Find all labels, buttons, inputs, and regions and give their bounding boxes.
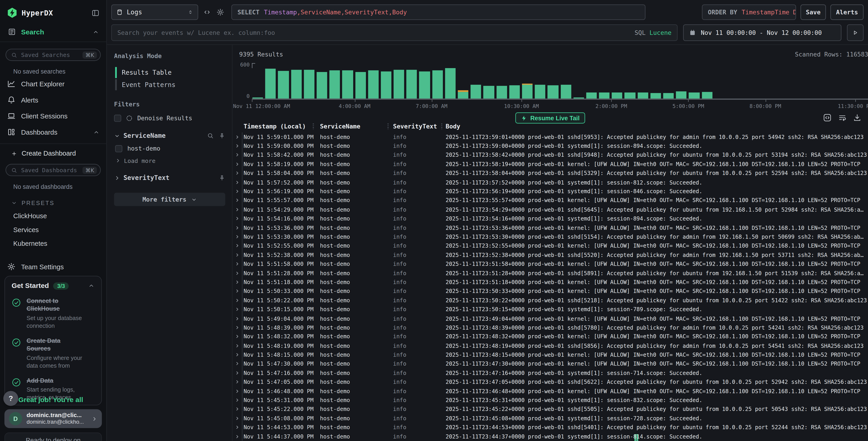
help-button[interactable]: ? [3,391,19,406]
histogram-bar[interactable] [355,72,366,98]
log-row[interactable]: Nov 11 5:55:57.000 PMhost-demoinfo2025-1… [232,196,868,205]
log-row[interactable]: Nov 11 5:44:53.000 PMhost-demoinfo2025-1… [232,423,868,432]
preset-item-kubernetes[interactable]: Kubernetes [13,240,106,247]
expand-row-icon[interactable] [232,305,244,314]
histogram-bar[interactable] [548,85,558,98]
expand-row-icon[interactable] [232,296,244,305]
histogram-bar[interactable] [419,71,430,99]
expand-row-icon[interactable] [232,378,244,387]
log-row[interactable]: Nov 11 5:59:00.000 PMhost-demoinfo2025-1… [232,142,868,151]
create-dashboard-button[interactable]: Create Dashboard [0,144,106,157]
saved-dashboards-input[interactable]: Saved Dashboards ⌘K [5,164,101,176]
histogram-bar[interactable] [599,92,610,99]
load-more-button[interactable]: Load more [115,157,225,164]
log-row[interactable]: Nov 11 5:59:01.000 PMhost-demoinfo2025-1… [232,133,868,142]
log-row[interactable]: Nov 11 5:53:36.000 PMhost-demoinfo2025-1… [232,223,868,232]
expand-row-icon[interactable] [232,251,244,260]
events-histogram[interactable]: 6000Nov 11 12:00:00 AM4:00:00 AM7:00:00 … [232,61,868,110]
log-row[interactable]: Nov 11 5:45:31.000 PMhost-demoinfo2025-1… [232,396,868,405]
histogram-bar[interactable] [702,92,712,99]
histogram-bar[interactable] [496,86,507,99]
column-resize-handle[interactable] [441,123,442,129]
expand-row-icon[interactable] [232,187,244,196]
analysis-mode-results-table[interactable]: Results Table [115,66,225,79]
denoise-checkbox[interactable] [114,115,121,122]
histogram-bar[interactable] [265,69,276,99]
expand-row-icon[interactable] [232,323,244,332]
sidebar-item-search[interactable]: Search [0,23,106,42]
column-resize-handle[interactable] [313,123,314,129]
histogram-bar[interactable] [406,70,417,99]
log-row[interactable]: Nov 11 5:51:58.000 PMhost-demoinfo2025-1… [232,260,868,269]
expand-row-icon[interactable] [232,387,244,396]
expand-row-icon[interactable] [232,151,244,160]
code-box-icon[interactable] [823,113,831,122]
histogram-bar[interactable] [304,69,314,99]
expand-row-icon[interactable] [232,432,244,441]
log-row[interactable]: Nov 11 5:47:16.000 PMhost-demoinfo2025-1… [232,368,868,378]
column-header-timestamp-local-[interactable]: Timestamp (Local) [244,123,320,130]
histogram-bar[interactable] [509,85,520,98]
sidebar-item-dashboards[interactable]: Dashboards [0,125,106,139]
histogram-bar[interactable] [663,93,674,99]
histogram-bar[interactable] [561,85,571,99]
log-row[interactable]: Nov 11 5:49:04.000 PMhost-demoinfo2025-1… [232,314,868,323]
wrap-text-icon[interactable] [838,113,846,122]
expand-row-icon[interactable] [232,332,244,341]
log-row[interactable]: Nov 11 5:50:33.000 PMhost-demoinfo2025-1… [232,287,868,296]
expand-row-icon[interactable] [232,260,244,269]
expand-row-icon[interactable] [232,232,244,241]
histogram-bar[interactable] [586,93,597,99]
date-range-picker[interactable]: Nov 11 00:00:00 - Nov 12 00:00:00 [683,24,841,41]
run-query-button[interactable] [847,24,864,41]
lang-toggle-sql[interactable]: SQL [634,29,646,36]
log-row[interactable]: Nov 11 5:47:05.000 PMhost-demoinfo2025-1… [232,378,868,387]
histogram-bar[interactable] [458,92,469,99]
save-button[interactable]: Save [800,4,826,20]
log-row[interactable]: Nov 11 5:57:52.000 PMhost-demoinfo2025-1… [232,178,868,187]
histogram-bar[interactable] [381,71,392,99]
expand-row-icon[interactable] [232,287,244,296]
filter-group-severitytext[interactable]: SeverityText [114,174,225,181]
expand-row-icon[interactable] [232,359,244,368]
log-row[interactable]: Nov 11 5:48:15.000 PMhost-demoinfo2025-1… [232,350,868,359]
select-clause-input[interactable]: SELECT Timestamp,ServiceName,SeverityTex… [231,4,645,20]
preset-item-clickhouse[interactable]: ClickHouse [13,212,106,220]
log-row[interactable]: Nov 11 5:45:22.000 PMhost-demoinfo2025-1… [232,405,868,414]
user-menu[interactable]: D dominic.tran@clic... dominic.tran@clic… [4,409,102,428]
log-row[interactable]: Nov 11 5:58:04.000 PMhost-demoinfo2025-1… [232,169,868,178]
histogram-bar[interactable] [291,70,302,99]
log-row[interactable]: Nov 11 5:51:28.000 PMhost-demoinfo2025-1… [232,269,868,278]
histogram-bar[interactable] [278,70,289,99]
sidebar-item-team-settings[interactable]: Team Settings [0,260,106,273]
log-row[interactable]: Nov 11 5:46:48.000 PMhost-demoinfo2025-1… [232,387,868,396]
column-resize-handle[interactable] [388,123,389,129]
histogram-bar[interactable] [638,92,648,99]
expand-row-icon[interactable] [232,196,244,205]
expand-row-icon[interactable] [232,160,244,169]
expand-row-icon[interactable] [232,414,244,423]
code-view-button[interactable] [203,8,212,16]
expand-row-icon[interactable] [232,142,244,151]
histogram-bar[interactable] [522,85,533,99]
column-header-body[interactable]: Body [445,123,868,130]
histogram-bar[interactable] [471,85,482,99]
expand-row-icon[interactable] [232,368,244,378]
column-header-severitytext[interactable]: SeverityText [393,123,445,130]
expand-row-icon[interactable] [232,423,244,432]
log-row[interactable]: Nov 11 5:45:08.000 PMhost-demoinfo2025-1… [232,414,868,423]
more-filters-button[interactable]: More filters [114,193,225,206]
expand-row-icon[interactable] [232,396,244,405]
histogram-bar[interactable] [394,70,404,99]
log-row[interactable]: Nov 11 5:54:29.000 PMhost-demoinfo2025-1… [232,205,868,214]
filter-value-host-demo[interactable]: host-demo [115,145,225,152]
log-row[interactable]: Nov 11 5:53:30.000 PMhost-demoinfo2025-1… [232,232,868,241]
expand-row-icon[interactable] [232,341,244,350]
collapse-sidebar-icon[interactable] [91,9,99,17]
log-row[interactable]: Nov 11 5:56:19.000 PMhost-demoinfo2025-1… [232,187,868,196]
histogram-bar[interactable] [368,70,379,99]
expand-row-icon[interactable] [232,269,244,278]
filter-checkbox[interactable] [115,145,123,152]
log-row[interactable]: Nov 11 5:54:16.000 PMhost-demoinfo2025-1… [232,214,868,223]
sidebar-item-chart-explorer[interactable]: Chart Explorer [0,77,106,91]
